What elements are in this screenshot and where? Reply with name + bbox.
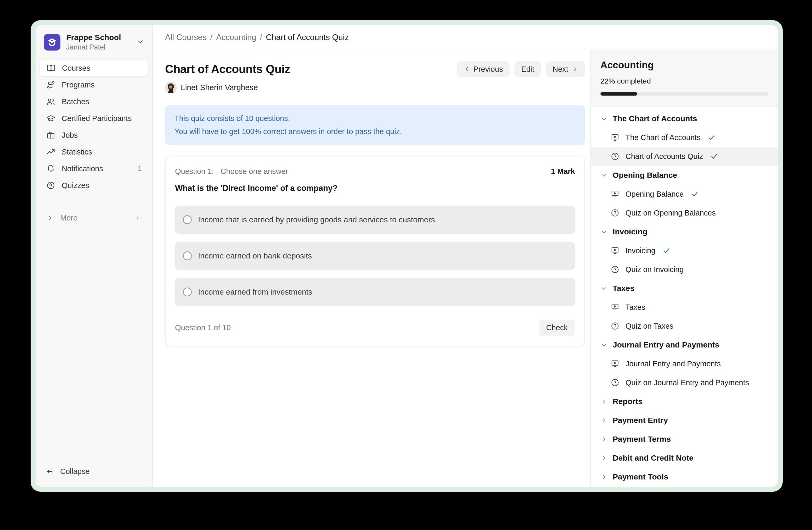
breadcrumb-all-courses[interactable]: All Courses <box>165 33 207 42</box>
plus-icon[interactable] <box>134 214 142 222</box>
course-panel-header: Accounting 22% completed <box>591 50 778 107</box>
sidebar-item-statistics[interactable]: Statistics <box>40 143 148 160</box>
sidebar-item-label: Quizzes <box>62 181 89 190</box>
monitor-play-icon <box>610 359 620 368</box>
previous-button[interactable]: Previous <box>457 61 510 77</box>
outline-item-chart-of-accounts-quiz[interactable]: Chart of Accounts Quiz <box>591 147 778 166</box>
outline-section-reports[interactable]: Reports <box>591 392 778 411</box>
check-button[interactable]: Check <box>539 320 575 336</box>
sidebar-item-certified-participants[interactable]: Certified Participants <box>40 110 148 127</box>
chevron-down-icon <box>600 228 607 235</box>
outline-item-journal-entry-and-payments[interactable]: Journal Entry and Payments <box>591 354 778 373</box>
quiz-option[interactable]: Income earned from investments <box>175 278 575 306</box>
course-title: Accounting <box>600 60 768 71</box>
bell-icon <box>46 164 56 173</box>
outline-section-journal-entry-and-payments[interactable]: Journal Entry and Payments <box>591 335 778 354</box>
outline-item-quiz-on-journal-entry-and-payments[interactable]: Quiz on Journal Entry and Payments <box>591 373 778 392</box>
banner-line-1: This quiz consists of 10 questions. <box>174 112 576 125</box>
radio-button[interactable] <box>183 215 192 224</box>
completed-check-icon <box>691 190 699 198</box>
completed-check-icon <box>662 247 670 255</box>
edit-button[interactable]: Edit <box>514 61 541 77</box>
main-content: Chart of Accounts Quiz Previous Edit Nex… <box>153 50 591 487</box>
next-label: Next <box>552 65 568 73</box>
outline-section-payment-terms[interactable]: Payment Terms <box>591 430 778 449</box>
outline-item-taxes[interactable]: Taxes <box>591 298 778 317</box>
author-name: Linet Sherin Varghese <box>181 83 258 92</box>
breadcrumb-accounting[interactable]: Accounting <box>216 33 256 42</box>
sidebar-item-batches[interactable]: Batches <box>40 93 148 110</box>
quiz-option[interactable]: Income that is earned by providing goods… <box>175 206 575 234</box>
radio-button[interactable] <box>183 288 192 296</box>
course-outline: The Chart of Accounts The Chart of Accou… <box>591 107 778 487</box>
outline-section-debit-and-credit-note[interactable]: Debit and Credit Note <box>591 449 778 468</box>
monitor-play-icon <box>610 133 620 142</box>
outline-section-payment-entry[interactable]: Payment Entry <box>591 411 778 430</box>
quiz-card: Question 1: Choose one answer 1 Mark Wha… <box>165 155 585 346</box>
more-label: More <box>60 214 77 222</box>
workspace-meta: Frappe School Jannat Patel <box>66 33 131 51</box>
previous-label: Previous <box>474 65 503 73</box>
outline-item-the-chart-of-accounts[interactable]: The Chart of Accounts <box>591 128 778 147</box>
outline-section-taxes[interactable]: Taxes <box>591 279 778 298</box>
outline-item-label: Quiz on Taxes <box>625 322 673 331</box>
next-button[interactable]: Next <box>546 61 585 77</box>
graduation-cap-icon <box>46 114 56 123</box>
outline-section-the-chart-of-accounts[interactable]: The Chart of Accounts <box>591 109 778 128</box>
question-header: Question 1: Choose one answer 1 Mark <box>175 167 575 176</box>
breadcrumb-current: Chart of Accounts Quiz <box>266 33 349 42</box>
outline-item-opening-balance[interactable]: Opening Balance <box>591 185 778 204</box>
help-circle-icon <box>610 208 620 218</box>
outline-section-label: Taxes <box>613 284 634 293</box>
workspace-switcher[interactable]: Frappe School Jannat Patel <box>40 25 148 58</box>
sidebar-item-notifications[interactable]: Notifications 1 <box>40 160 148 177</box>
outline-section-payment-tools[interactable]: Payment Tools <box>591 468 778 486</box>
quiz-option[interactable]: Income earned on bank deposits <box>175 242 575 270</box>
monitor-play-icon <box>610 246 620 255</box>
collapse-label: Collapse <box>60 467 90 476</box>
chevron-right-icon <box>600 398 607 405</box>
trending-up-icon <box>46 147 56 157</box>
outline-item-label: Taxes <box>625 303 646 311</box>
outline-item-label: Invoicing <box>625 247 655 255</box>
route-icon <box>46 80 56 89</box>
quiz-info-banner: This quiz consists of 10 questions. You … <box>165 105 585 145</box>
quiz-progress-text: Question 1 of 10 <box>175 323 231 332</box>
users-icon <box>46 97 56 106</box>
outline-item-label: Journal Entry and Payments <box>625 360 721 368</box>
outline-section-label: Payment Tools <box>613 472 668 481</box>
book-open-icon <box>46 64 56 73</box>
completed-check-icon <box>707 133 716 142</box>
sidebar-item-label: Programs <box>62 81 95 89</box>
topbar: All Courses / Accounting / Chart of Acco… <box>153 25 778 50</box>
outline-section-opening-balance[interactable]: Opening Balance <box>591 166 778 185</box>
outline-section-invoicing[interactable]: Invoicing <box>591 222 778 241</box>
completed-check-icon <box>710 152 719 161</box>
question-marks: 1 Mark <box>551 167 575 176</box>
sidebar-item-programs[interactable]: Programs <box>40 76 148 93</box>
course-progress-bar <box>600 92 768 96</box>
sidebar-item-more[interactable]: More <box>40 209 148 226</box>
outline-item-quiz-on-invoicing[interactable]: Quiz on Invoicing <box>591 260 778 279</box>
sidebar-item-label: Notifications <box>62 165 103 173</box>
outline-section-label: Invoicing <box>613 227 648 236</box>
radio-button[interactable] <box>183 251 192 260</box>
workarea: All Courses / Accounting / Chart of Acco… <box>153 25 778 487</box>
collapse-sidebar-button[interactable]: Collapse <box>40 467 148 487</box>
chevron-right-icon <box>600 455 607 462</box>
help-circle-icon <box>610 321 620 331</box>
help-circle-icon <box>46 181 56 190</box>
course-outline-panel: Accounting 22% completed The Chart of Ac… <box>591 50 778 487</box>
options-list: Income that is earned by providing goods… <box>175 206 575 306</box>
outline-item-quiz-on-taxes[interactable]: Quiz on Taxes <box>591 317 778 335</box>
page-title: Chart of Accounts Quiz <box>165 62 290 76</box>
chevron-down-icon <box>136 38 144 46</box>
outline-item-invoicing[interactable]: Invoicing <box>591 241 778 260</box>
option-label: Income that is earned by providing goods… <box>198 215 437 224</box>
sidebar-item-quizzes[interactable]: Quizzes <box>40 177 148 194</box>
sidebar-item-jobs[interactable]: Jobs <box>40 127 148 143</box>
outline-section-label: Opening Balance <box>613 171 677 180</box>
outline-section-label: The Chart of Accounts <box>613 114 697 123</box>
outline-item-quiz-on-opening-balances[interactable]: Quiz on Opening Balances <box>591 204 778 222</box>
sidebar-item-courses[interactable]: Courses <box>40 60 148 76</box>
